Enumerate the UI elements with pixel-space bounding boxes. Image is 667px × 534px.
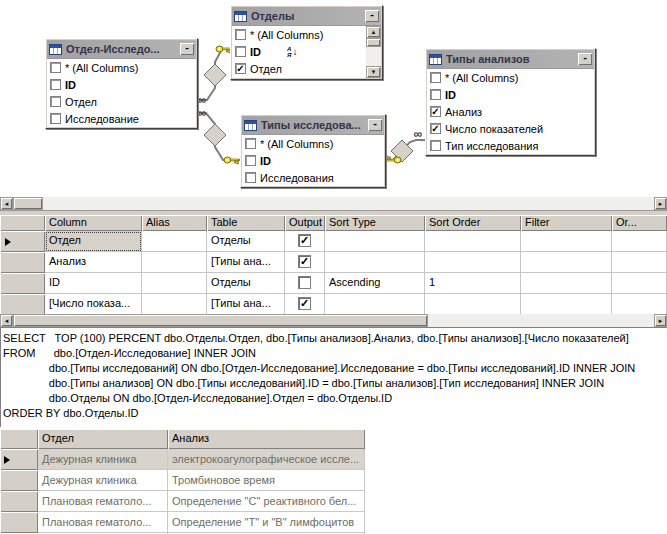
grid-cell-sort-type[interactable]: [325, 252, 425, 273]
field-checkbox[interactable]: [430, 89, 441, 100]
grid-horizontal-scrollbar[interactable]: ◄ ►: [0, 314, 667, 327]
grid-cell-or[interactable]: [612, 294, 667, 315]
row-selector[interactable]: [0, 252, 45, 273]
grid-header-sort-order[interactable]: Sort Order: [425, 215, 521, 231]
grid-cell-alias[interactable]: [142, 252, 207, 273]
grid-cell-alias[interactable]: [142, 231, 207, 252]
grid-cell-filter[interactable]: [521, 252, 612, 273]
grid-corner-cell[interactable]: [0, 215, 45, 231]
grid-cell-column[interactable]: Анализ: [45, 252, 142, 273]
output-checkbox[interactable]: [298, 297, 311, 310]
minimize-button[interactable]: -: [368, 119, 382, 131]
scrollbar-track[interactable]: [366, 47, 381, 66]
join-connector-otdel[interactable]: ∞: [198, 46, 231, 107]
scroll-up-button[interactable]: ▲: [366, 26, 381, 38]
grid-cell-column[interactable]: ID: [45, 273, 142, 294]
field-checkbox[interactable]: [50, 79, 61, 90]
minimize-button[interactable]: -: [180, 43, 194, 55]
grid-cell-table[interactable]: [Типы ана...: [207, 294, 285, 315]
grid-cell-alias[interactable]: [142, 273, 207, 294]
field-row[interactable]: * (All Columns): [242, 135, 384, 152]
grid-header-output[interactable]: Output: [285, 215, 325, 231]
results-header-analiz[interactable]: Анализ: [168, 429, 365, 449]
sql-pane[interactable]: SELECT TOP (100) PERCENT dbo.Отделы.Отде…: [0, 327, 667, 427]
grid-cell-alias[interactable]: [142, 294, 207, 315]
scroll-left-button[interactable]: ◄: [0, 197, 13, 210]
field-row[interactable]: Число показателей: [427, 120, 594, 137]
table-card-otdely[interactable]: Отделы - * (All Columns) ID АЯ ↓: [230, 5, 383, 80]
join-diamond-icon[interactable]: [204, 124, 226, 146]
grid-cell-filter[interactable]: [521, 294, 612, 315]
table-card-tipy-issledovaniy[interactable]: Типы исследова... - * (All Columns) ID И…: [240, 114, 386, 188]
field-row[interactable]: Отдел: [47, 93, 196, 110]
grid-cell-or[interactable]: [612, 231, 667, 252]
grid-cell-column[interactable]: Отдел: [45, 231, 142, 252]
output-checkbox[interactable]: [298, 276, 311, 289]
field-row[interactable]: * (All Columns): [232, 26, 381, 43]
grid-header-alias[interactable]: Alias: [142, 215, 207, 231]
row-selector[interactable]: [0, 470, 38, 491]
grid-header-table[interactable]: Table: [207, 215, 285, 231]
grid-header-or[interactable]: Or...: [612, 215, 667, 231]
field-row[interactable]: ID: [47, 76, 196, 93]
join-connector-issledovanie[interactable]: ∞: [198, 106, 240, 164]
field-row[interactable]: * (All Columns): [47, 59, 196, 76]
diagram-horizontal-scrollbar[interactable]: ◄ ►: [0, 197, 667, 210]
table-caption[interactable]: Типы исследова... -: [242, 116, 384, 134]
grid-cell-or[interactable]: [612, 273, 667, 294]
diagram-pane[interactable]: ∞ ∞ ∞ Отдел-Исследо...: [0, 0, 667, 197]
field-checkbox[interactable]: [245, 172, 256, 183]
grid-header-column[interactable]: Column: [45, 215, 142, 231]
field-checkbox[interactable]: [50, 96, 61, 107]
grid-cell-sort-order[interactable]: [425, 231, 521, 252]
field-checkbox[interactable]: [430, 123, 441, 134]
grid-cell-filter[interactable]: [521, 273, 612, 294]
scroll-right-button[interactable]: ►: [654, 197, 667, 210]
table-vertical-scrollbar[interactable]: ▲ ▼: [366, 26, 381, 78]
field-row[interactable]: Тип исследования: [427, 137, 594, 154]
field-checkbox[interactable]: [245, 138, 256, 149]
grid-cell-table[interactable]: [Типы ана...: [207, 252, 285, 273]
join-connector-tip-issledovaniya[interactable]: ∞: [386, 127, 425, 163]
field-row[interactable]: Исследования: [242, 169, 384, 186]
output-checkbox[interactable]: [298, 234, 311, 247]
field-row[interactable]: * (All Columns): [427, 69, 594, 86]
grid-cell-output[interactable]: [285, 231, 325, 252]
field-checkbox[interactable]: [430, 140, 441, 151]
row-selector[interactable]: [0, 512, 38, 533]
grid-cell-filter[interactable]: [521, 231, 612, 252]
scroll-right-button[interactable]: ►: [654, 314, 667, 327]
field-row[interactable]: Исследование: [47, 110, 196, 127]
table-caption[interactable]: Отдел-Исследо... -: [47, 40, 196, 58]
minimize-button[interactable]: -: [365, 10, 379, 22]
scrollbar-thumb[interactable]: [366, 38, 381, 47]
field-row[interactable]: Анализ: [427, 103, 594, 120]
grid-cell-sort-type[interactable]: Ascending: [325, 273, 425, 294]
scrollbar-track[interactable]: [428, 314, 654, 327]
field-row[interactable]: ID: [242, 152, 384, 169]
results-header-otdel[interactable]: Отдел: [38, 429, 168, 449]
grid-cell-output[interactable]: [285, 273, 325, 294]
field-checkbox[interactable]: [245, 155, 256, 166]
row-selector[interactable]: [0, 294, 45, 315]
table-caption[interactable]: Типы анализов -: [427, 50, 594, 68]
row-selector[interactable]: [0, 273, 45, 294]
scrollbar-track[interactable]: [43, 197, 654, 210]
grid-cell-sort-type[interactable]: [325, 294, 425, 315]
grid-cell-sort-order[interactable]: 1: [425, 273, 521, 294]
row-selector[interactable]: [0, 491, 38, 512]
table-card-tipy-analizov[interactable]: Типы анализов - * (All Columns) ID Анали…: [425, 48, 596, 156]
field-checkbox[interactable]: [430, 106, 441, 117]
field-checkbox[interactable]: [235, 29, 246, 40]
grid-cell-table[interactable]: Отделы: [207, 273, 285, 294]
scrollbar-thumb[interactable]: [13, 314, 428, 327]
grid-header-sort-type[interactable]: Sort Type: [325, 215, 425, 231]
grid-cell-sort-type[interactable]: [325, 231, 425, 252]
field-checkbox[interactable]: [50, 113, 61, 124]
field-checkbox[interactable]: [235, 46, 246, 57]
field-row[interactable]: ID: [427, 86, 594, 103]
field-checkbox[interactable]: [50, 62, 61, 73]
results-corner-cell[interactable]: [0, 429, 38, 449]
scrollbar-thumb[interactable]: [13, 197, 43, 210]
grid-cell-sort-order[interactable]: [425, 252, 521, 273]
